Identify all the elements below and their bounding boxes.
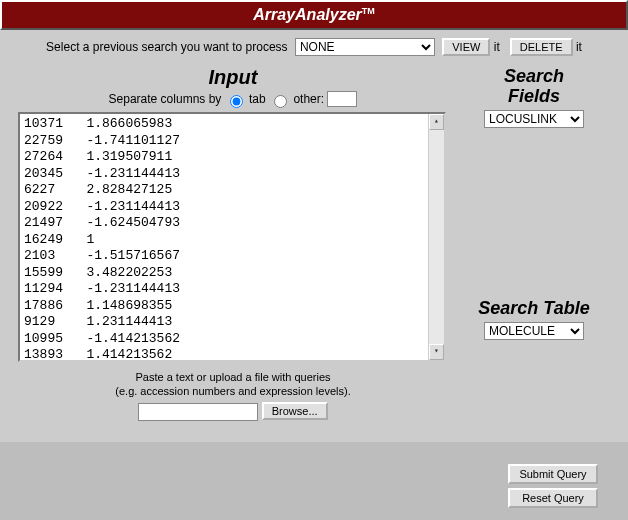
query-text: 10371 1.866065983 22759 -1.741101127 272…	[24, 116, 180, 362]
search-table-block: Search Table MOLECULE	[458, 298, 610, 340]
radio-other-label: other:	[293, 92, 324, 106]
file-path-input[interactable]	[138, 403, 258, 421]
radio-other[interactable]	[274, 95, 287, 108]
paste-line2: (e.g. accession numbers and expression l…	[115, 385, 350, 397]
previous-search-bar: Select a previous search you want to pro…	[0, 30, 628, 66]
previous-search-select[interactable]: NONE	[295, 38, 435, 56]
scroll-up-icon[interactable]: ▴	[429, 114, 444, 130]
reset-query-button[interactable]: Reset Query	[508, 488, 598, 508]
query-textarea[interactable]: 10371 1.866065983 22759 -1.741101127 272…	[18, 112, 446, 362]
input-title: Input	[18, 66, 448, 89]
search-fields-title-1: Search	[504, 66, 564, 86]
delete-button[interactable]: DELETE	[510, 38, 573, 56]
search-table-select[interactable]: MOLECULE	[484, 322, 584, 340]
previous-search-label: Select a previous search you want to pro…	[46, 40, 287, 54]
submit-query-button[interactable]: Submit Query	[508, 464, 598, 484]
app-title: ArrayAnalyzer	[253, 6, 362, 23]
radio-tab[interactable]	[230, 95, 243, 108]
view-suffix: it	[490, 40, 499, 54]
search-fields-title-2: Fields	[508, 86, 560, 106]
search-fields-select[interactable]: LOCUSLINK	[484, 110, 584, 128]
search-fields-block: Search Fields LOCUSLINK	[458, 66, 610, 128]
scrollbar[interactable]: ▴▾	[428, 114, 444, 360]
scroll-down-icon[interactable]: ▾	[429, 344, 444, 360]
search-table-title: Search Table	[458, 298, 610, 318]
delete-suffix: it	[573, 40, 582, 54]
scroll-track[interactable]	[429, 130, 444, 344]
other-delimiter-input[interactable]	[327, 91, 357, 107]
app-header: ArrayAnalyzerTM	[0, 0, 628, 30]
radio-tab-label: tab	[249, 92, 266, 106]
paste-line1: Paste a text or upload a file with queri…	[135, 371, 330, 383]
separate-label: Separate columns by	[109, 92, 222, 106]
trademark: TM	[362, 6, 375, 16]
view-button[interactable]: VIEW	[442, 38, 490, 56]
browse-button[interactable]: Browse...	[262, 402, 328, 420]
